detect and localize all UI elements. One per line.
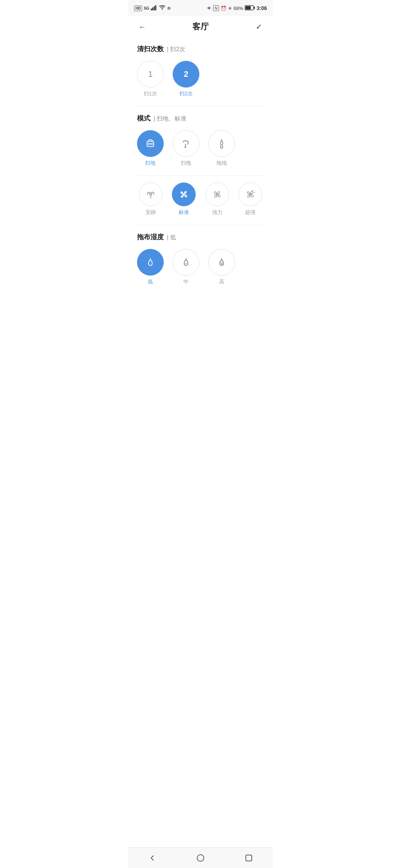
moisture-medium-circle: [173, 249, 199, 276]
moisture-section: 拖布湿度 | 低 低 中: [128, 225, 273, 287]
sweep-count-options: 1 扫1次 2 扫2次: [137, 61, 264, 99]
mode-sweep-label: 扫地: [145, 160, 156, 167]
fan-standard-option[interactable]: 标准: [170, 183, 198, 216]
svg-rect-1: [152, 7, 153, 10]
sweep-twice-circle: 2: [173, 61, 199, 88]
svg-rect-0: [151, 9, 152, 10]
fan-standard-circle: [172, 183, 196, 206]
fan-max-label: 超强: [245, 209, 255, 216]
mode-mop-circle: [208, 130, 235, 157]
fan-quiet-label: 安静: [146, 209, 156, 216]
moisture-medium-option[interactable]: 中: [173, 249, 199, 285]
status-right: 👁 N ⏰ ✳ 68% 3:06: [207, 5, 267, 11]
fan-section: 安静 标准: [128, 176, 273, 225]
fan-max-circle: [238, 183, 262, 206]
moisture-medium-label: 中: [183, 279, 189, 285]
mode-options: 扫地 扫拖 拖地: [137, 130, 264, 168]
sweep-once-circle: 1: [137, 61, 164, 88]
fan-quiet-circle: [139, 183, 163, 206]
status-bar: HD 5G ⊕ 👁 N ⏰ ✳ 68%: [128, 0, 273, 16]
fan-strong-label: 强力: [212, 209, 222, 216]
sweep-once-option[interactable]: 1 扫1次: [137, 61, 164, 97]
mode-mop-label: 拖地: [216, 160, 227, 167]
signal-5g: 5G: [144, 6, 149, 10]
sweep-twice-option[interactable]: 2 扫2次: [173, 61, 199, 97]
sweep-count-section: 清扫次数 | 扫2次 1 扫1次 2 扫2次: [128, 37, 273, 106]
svg-rect-2: [154, 6, 155, 10]
moisture-high-label: 高: [219, 279, 224, 285]
sweep-count-title: 清扫次数 | 扫2次: [137, 45, 264, 53]
fan-standard-label: 标准: [179, 209, 189, 216]
moisture-title: 拖布湿度 | 低: [137, 233, 264, 241]
hd-badge: HD: [134, 6, 142, 11]
fan-strong-circle: [205, 183, 229, 206]
svg-rect-3: [155, 5, 156, 10]
moisture-low-option[interactable]: 低: [137, 249, 164, 285]
mode-title: 模式 | 扫地、标准: [137, 114, 264, 123]
bluetooth-icon: ✳: [228, 6, 232, 11]
svg-point-12: [183, 193, 185, 195]
svg-rect-6: [245, 6, 251, 9]
moisture-high-option[interactable]: 高: [208, 249, 235, 285]
time-display: 3:06: [257, 5, 267, 11]
mode-sweep-circle: [137, 130, 164, 157]
moisture-low-label: 低: [148, 279, 153, 285]
moisture-options: 低 中 高: [137, 249, 264, 287]
svg-line-16: [254, 192, 255, 193]
back-button[interactable]: ←: [136, 20, 149, 33]
sweep-twice-label: 扫2次: [179, 91, 193, 97]
svg-line-15: [252, 190, 253, 191]
battery-text: 68%: [234, 6, 243, 11]
fan-max-option[interactable]: 超强: [237, 183, 264, 216]
alarm-icon: ⏰: [221, 6, 226, 11]
header: ← 客厅 ✓: [128, 16, 273, 37]
fan-options: 安静 标准: [137, 183, 264, 217]
nfc-badge: N: [213, 5, 219, 11]
confirm-button[interactable]: ✓: [252, 20, 265, 33]
moisture-high-circle: [208, 249, 235, 276]
eye-icon: 👁: [207, 6, 212, 11]
battery-icon: [245, 5, 255, 11]
mode-sweep-mop-circle: [173, 130, 199, 157]
svg-rect-5: [254, 7, 255, 9]
sweep-once-label: 扫1次: [144, 91, 157, 97]
fan-quiet-option[interactable]: 安静: [137, 183, 164, 216]
signal-bars: [151, 5, 157, 11]
mode-sweep-mop-label: 扫拖: [181, 160, 191, 167]
moisture-low-circle: [137, 249, 164, 276]
fan-strong-option[interactable]: 强力: [203, 183, 231, 216]
status-left: HD 5G ⊕: [134, 5, 171, 11]
svg-point-8: [148, 143, 150, 145]
mode-mop-option[interactable]: 拖地: [208, 130, 235, 167]
mode-section: 模式 | 扫地、标准 扫地: [128, 106, 273, 176]
mode-sweep-mop-option[interactable]: 扫拖: [173, 130, 199, 167]
nfc-icon: ⊕: [167, 6, 171, 11]
svg-point-11: [150, 193, 152, 195]
wifi-icon: [159, 5, 166, 11]
page-title: 客厅: [192, 21, 209, 32]
svg-point-9: [151, 143, 153, 145]
mode-sweep-option[interactable]: 扫地: [137, 130, 164, 167]
